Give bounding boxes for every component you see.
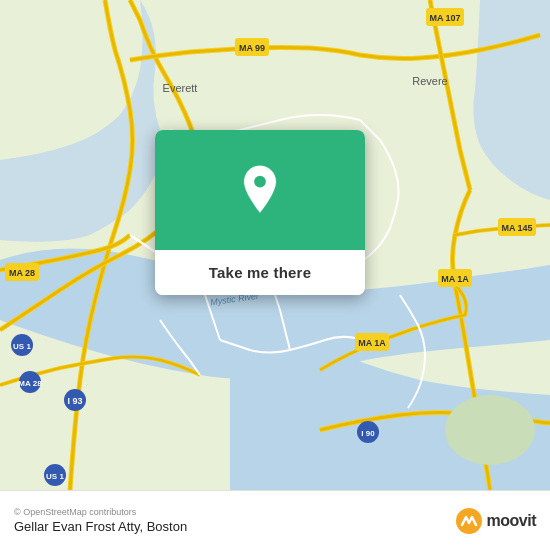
svg-text:MA 99: MA 99 [239,43,265,53]
svg-text:US 1: US 1 [46,472,64,481]
svg-text:MA 145: MA 145 [501,223,532,233]
svg-text:MA 1A: MA 1A [441,274,469,284]
svg-text:MA 107: MA 107 [429,13,460,23]
svg-text:MA 28: MA 28 [18,379,42,388]
svg-point-27 [254,176,266,188]
attribution-text: © OpenStreetMap contributors [14,507,187,517]
moovit-icon [455,507,483,535]
svg-text:MA 1A: MA 1A [358,338,386,348]
svg-text:MA 28: MA 28 [9,268,35,278]
bottom-bar: © OpenStreetMap contributors Gellar Evan… [0,490,550,550]
svg-point-26 [445,395,535,465]
svg-text:I 90: I 90 [361,429,375,438]
take-me-there-button[interactable]: Take me there [155,250,365,295]
map-container: MA 99 MA 107 MA 28 I 93 US 1 MA 1A MA 1A… [0,0,550,490]
location-pin-icon [234,164,286,216]
svg-text:I 93: I 93 [67,396,82,406]
moovit-logo: moovit [455,507,536,535]
svg-text:Revere: Revere [412,75,447,87]
svg-text:US 1: US 1 [13,342,31,351]
bottom-info: © OpenStreetMap contributors Gellar Evan… [14,507,187,534]
moovit-label: moovit [487,512,536,530]
popup-card: Take me there [155,130,365,295]
svg-text:Everett: Everett [163,82,198,94]
place-name: Gellar Evan Frost Atty, Boston [14,519,187,534]
popup-top-green [155,130,365,250]
